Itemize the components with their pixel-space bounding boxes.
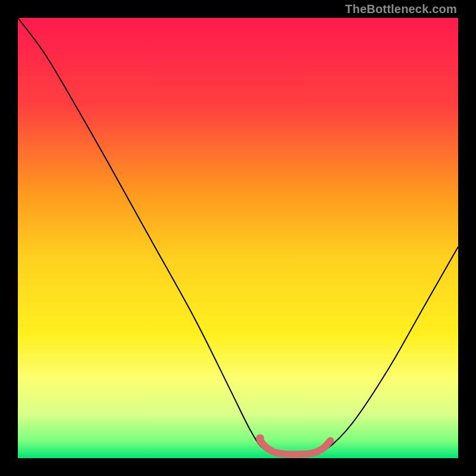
marker-layer xyxy=(256,434,264,443)
plot-area xyxy=(18,18,458,458)
bottleneck-chart xyxy=(18,18,458,458)
chart-container: TheBottleneck.com xyxy=(0,0,476,476)
optimal-point-dot xyxy=(256,434,264,443)
watermark-label: TheBottleneck.com xyxy=(345,2,457,16)
gradient-background xyxy=(18,18,458,458)
